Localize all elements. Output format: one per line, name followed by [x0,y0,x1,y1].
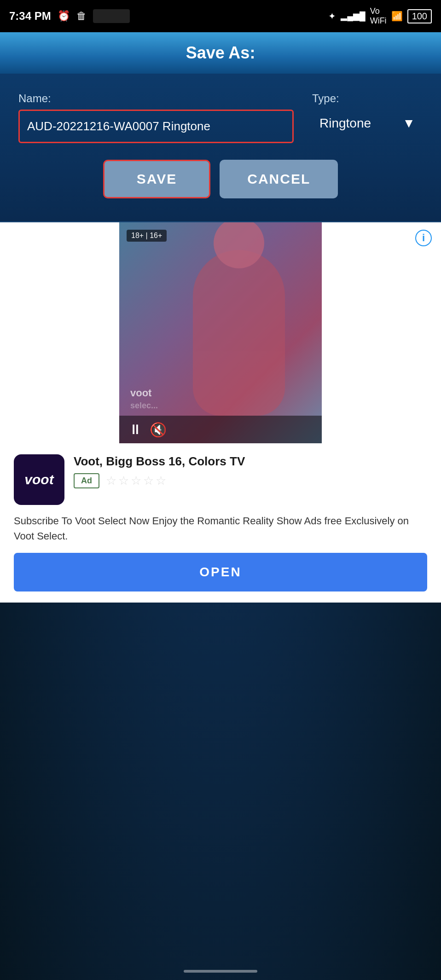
status-text-block [93,9,130,23]
dialog-fields-row: Name: Type: Ringtone ▼ [18,92,423,143]
ad-badge-label: Ad [74,473,99,488]
pause-icon[interactable]: ⏸ [128,422,142,437]
ad-app-icon: voot [14,454,64,505]
home-indicator [184,970,257,973]
video-age-badge: 18+ | 16+ [127,230,167,242]
ad-container: i 18+ | 16+ vootselec... ⏸ 🔇 voot Voot, … [0,222,441,603]
ad-app-name: Voot, Bigg Boss 16, Colors TV [74,454,427,469]
mute-icon[interactable]: 🔇 [150,422,167,438]
dropdown-arrow-icon: ▼ [402,116,415,131]
ad-open-button[interactable]: OPEN [14,553,427,591]
ad-video-silhouette [193,250,285,416]
save-as-dialog: Name: Type: Ringtone ▼ SAVE CANCEL [0,74,441,222]
ad-info-icon[interactable]: i [415,230,432,246]
cancel-button[interactable]: CANCEL [220,160,338,198]
signal-bars-icon: ▂▄▆█ [341,11,366,21]
ad-app-row: voot Voot, Bigg Boss 16, Colors TV Ad ☆☆… [14,454,427,505]
vowifi-label: VoWiFi [370,6,387,26]
ad-content: voot Voot, Bigg Boss 16, Colors TV Ad ☆☆… [0,443,441,603]
ad-video-controls: ⏸ 🔇 [119,416,322,443]
ad-video: 18+ | 16+ vootselec... ⏸ 🔇 [119,222,322,443]
ad-stars: ☆☆☆☆☆ [106,474,168,488]
name-input[interactable] [18,110,294,143]
type-select-value: Ringtone [319,116,371,131]
wifi-icon: 📶 [391,11,403,22]
ad-app-details: Voot, Bigg Boss 16, Colors TV Ad ☆☆☆☆☆ [74,454,427,488]
name-label: Name: [18,92,294,105]
type-field-group: Type: Ringtone ▼ [312,92,423,137]
app-bar: Save As: [0,32,441,74]
dialog-buttons: SAVE CANCEL [18,160,423,198]
trash-icon: 🗑 [76,10,87,22]
status-bar: 7:34 PM ⏰ 🗑 ✦ ▂▄▆█ VoWiFi 📶 100 [0,0,441,32]
name-field-group: Name: [18,92,294,143]
type-label: Type: [312,92,423,105]
ad-badge-row: Ad ☆☆☆☆☆ [74,473,427,488]
app-bar-title: Save As: [186,43,255,63]
save-button[interactable]: SAVE [103,160,210,198]
status-time: 7:34 PM [9,10,51,23]
alarm-icon: ⏰ [58,10,70,22]
voot-select-overlay-text: vootselec... [130,387,158,411]
bluetooth-icon: ✦ [328,11,336,22]
battery-icon: 100 [407,9,432,23]
ad-description: Subscribe To Voot Select Now Enjoy the R… [14,513,427,544]
type-select[interactable]: Ringtone ▼ [312,110,423,137]
